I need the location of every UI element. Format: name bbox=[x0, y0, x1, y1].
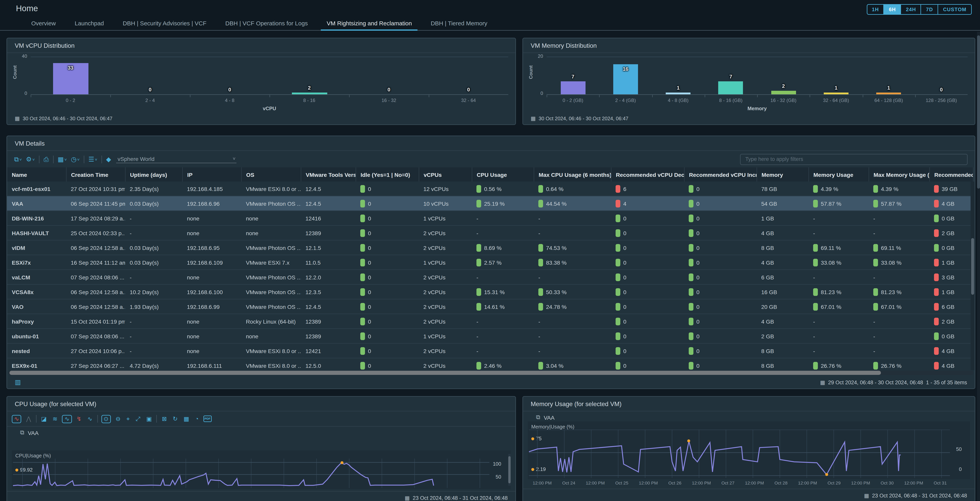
bar-value-label: 1 bbox=[677, 85, 679, 91]
time-settings-icon[interactable]: ◷˅ bbox=[71, 156, 80, 162]
dashboard-icon[interactable]: ◔ bbox=[194, 415, 200, 422]
calendar-icon[interactable]: ▦ bbox=[182, 415, 190, 422]
column-header-recommended-vcpu-decrease[interactable]: Recommended vCPU Decrease bbox=[611, 167, 684, 181]
tab-dbh-vcf-operations-for-logs[interactable]: DBH | VCF Operations for Logs bbox=[216, 17, 317, 30]
filter-input[interactable] bbox=[740, 154, 967, 165]
refresh-icon[interactable]: ↻ bbox=[172, 415, 179, 422]
bar-0-2-GB-[interactable] bbox=[560, 81, 585, 94]
cell-name[interactable]: ubuntu-01 bbox=[7, 329, 66, 344]
column-header-memory-usage[interactable]: Memory Usage bbox=[808, 167, 869, 181]
table-row[interactable]: VAO06 Sep 2024 12:58 a...1.93 Day(s)192.… bbox=[7, 299, 973, 314]
table-row[interactable]: ESX9x-0127 Sep 2024 06:27 ...4.72 Day(s)… bbox=[7, 358, 973, 371]
zoom-out-icon[interactable]: ⊖ bbox=[115, 415, 122, 422]
table-row[interactable]: ubuntu-0107 Sep 2024 08:06 ...-nonenone1… bbox=[7, 329, 973, 344]
tab-overview[interactable]: Overview bbox=[22, 17, 65, 30]
column-header-vmware-tools-version[interactable]: VMware Tools Version bbox=[301, 167, 356, 181]
line-points-chart-icon[interactable]: ∿ bbox=[62, 415, 72, 423]
cell-name[interactable]: ESXi7x bbox=[7, 255, 66, 270]
time-range-1h[interactable]: 1H bbox=[867, 4, 884, 15]
tab-vm-rightsizing-and-reclamation[interactable]: VM Rightsizing and Reclamation bbox=[317, 17, 422, 30]
cell-name[interactable]: nested bbox=[7, 344, 66, 358]
column-chooser-icon[interactable]: ▥ bbox=[15, 379, 21, 386]
list-options-icon[interactable]: ☰˅ bbox=[88, 156, 97, 162]
table-row[interactable]: HASHI-VAULT25 Oct 2024 02:33 p...-noneno… bbox=[7, 226, 973, 240]
column-header-recommended-vcpu-increase[interactable]: Recommended vCPU Increase bbox=[684, 167, 757, 181]
column-header-os[interactable]: OS bbox=[241, 167, 301, 181]
fit-screen-icon[interactable]: ⤢ bbox=[134, 415, 142, 422]
export-pdf-icon[interactable]: PDF bbox=[203, 415, 212, 422]
column-header-name[interactable]: Name bbox=[7, 167, 66, 181]
bar-4-8-GB-[interactable] bbox=[666, 92, 690, 94]
time-range-6h[interactable]: 6H bbox=[884, 4, 901, 15]
open-in-new-icon[interactable]: ⧉˅ bbox=[14, 156, 22, 162]
chart-scrollbar[interactable] bbox=[508, 454, 511, 486]
pan-icon[interactable]: ⌖ bbox=[125, 415, 131, 422]
table-row[interactable]: vcf-m01-esx0127 Oct 2024 10:31 pm2.35 Da… bbox=[7, 181, 973, 196]
column-header-idle-yes-1-no-0-[interactable]: Idle (Yes=1 | No=0) bbox=[356, 167, 418, 181]
stacked-chart-icon[interactable]: ≋ bbox=[51, 415, 59, 422]
table-row[interactable]: vaLCM07 Sep 2024 08:06 ...-noneVMware Ph… bbox=[7, 270, 973, 285]
column-header-recommended-mem[interactable]: Recommended Mem bbox=[929, 167, 973, 181]
cell-name[interactable]: VCSA8x bbox=[7, 285, 66, 299]
column-header-max-cpu-usage-6-months-[interactable]: Max CPU Usage (6 months) bbox=[534, 167, 611, 181]
tag-icon[interactable]: ◆ bbox=[106, 156, 111, 162]
bar-8-16[interactable] bbox=[292, 92, 327, 94]
status-badge-green bbox=[689, 347, 694, 355]
column-header-ip[interactable]: IP bbox=[182, 167, 241, 181]
line-chart-icon[interactable]: ∿ bbox=[12, 415, 21, 423]
tab-dbh-security-advisories-vcf[interactable]: DBH | Security Advisories | VCF bbox=[113, 17, 216, 30]
cell-name[interactable]: ESX9x-01 bbox=[7, 358, 66, 371]
memory-plot-area[interactable] bbox=[529, 430, 950, 478]
cell-tools: 12.4.5 bbox=[301, 181, 356, 196]
column-header-memory[interactable]: Memory bbox=[757, 167, 808, 181]
scope-selector[interactable]: vSphere World˅ bbox=[116, 155, 237, 163]
table-row[interactable]: vIDM06 Sep 2024 12:58 a...0.03 Day(s)192… bbox=[7, 240, 973, 255]
snapshot-icon[interactable]: ▣ bbox=[145, 415, 153, 422]
tab-launchpad[interactable]: Launchpad bbox=[65, 17, 113, 30]
calendar-icon[interactable]: ▦˅ bbox=[57, 156, 67, 162]
table-horizontal-scrollbar[interactable] bbox=[8, 371, 974, 375]
bar-16-32-GB-[interactable] bbox=[771, 91, 796, 94]
panel-title: VM Memory Distribution bbox=[523, 38, 975, 53]
cell-name[interactable]: vcf-m01-esx01 bbox=[7, 181, 66, 196]
column-header-uptime-days-[interactable]: Uptime (days) bbox=[125, 167, 182, 181]
cell-creation: 27 Oct 2024 10:31 pm bbox=[66, 181, 125, 196]
column-header-vcpus[interactable]: vCPUs bbox=[418, 167, 472, 181]
table-row[interactable]: VCSA8x06 Sep 2024 12:58 a...10.2 Day(s)1… bbox=[7, 285, 973, 299]
cpu-plot-area[interactable] bbox=[13, 458, 489, 488]
table-row[interactable]: haProxy15 Oct 2024 01:19 pm-noneRocky Li… bbox=[7, 314, 973, 329]
cpu-usage-panel: CPU Usage (for selected VM) ∿⋀◪≋∿↯∿⊙⊖⌖⤢▣… bbox=[6, 396, 516, 501]
time-range-24h[interactable]: 24H bbox=[901, 4, 921, 15]
table-row[interactable]: DB-WIN-21617 Sep 2024 08:29 a...-nonenon… bbox=[7, 211, 973, 226]
peaks-chart-icon[interactable]: ⋀ bbox=[25, 415, 32, 422]
table-row[interactable]: VAA06 Sep 2024 11:45 pm0.03 Day(s)192.16… bbox=[7, 196, 973, 211]
settings-gear-icon[interactable]: ⚙˅ bbox=[26, 156, 35, 162]
export-icon[interactable]: ⎙ bbox=[44, 156, 49, 162]
bar-32-64-GB-[interactable] bbox=[824, 92, 848, 94]
column-header-max-memory-usage-6-m-[interactable]: Max Memory Usage (6 m... bbox=[869, 167, 929, 181]
y-tick-0: 0 bbox=[15, 91, 27, 96]
cell-name[interactable]: vIDM bbox=[7, 240, 66, 255]
clear-chart-icon[interactable]: ⊠ bbox=[161, 415, 168, 422]
cell-name[interactable]: VAO bbox=[7, 299, 66, 314]
threshold-chart-icon[interactable]: ↯ bbox=[75, 415, 83, 422]
tab-dbh-tiered-memory[interactable]: DBH | Tiered Memory bbox=[421, 17, 497, 30]
cell-name[interactable]: vaLCM bbox=[7, 270, 66, 285]
table-vertical-scrollbar[interactable] bbox=[970, 181, 975, 370]
column-header-creation-time[interactable]: Creation Time bbox=[66, 167, 125, 181]
zoom-icon[interactable]: ⊙ bbox=[101, 415, 111, 423]
time-range-7d[interactable]: 7D bbox=[921, 4, 938, 15]
sparkline-chart-icon[interactable]: ∿ bbox=[86, 415, 94, 422]
cell-name[interactable]: haProxy bbox=[7, 314, 66, 329]
bar-64-128-GB-[interactable] bbox=[876, 92, 901, 94]
table-row[interactable]: ESXi7x16 Sep 2024 11:12 am0.03 Day(s)192… bbox=[7, 255, 973, 270]
bar-8-16-GB-[interactable] bbox=[718, 81, 743, 94]
page-scrollbar[interactable] bbox=[977, 32, 980, 501]
cell-name[interactable]: DB-WIN-216 bbox=[7, 211, 66, 226]
cell-name[interactable]: HASHI-VAULT bbox=[7, 226, 66, 240]
column-header-cpu-usage[interactable]: CPU Usage bbox=[472, 167, 534, 181]
time-range-custom[interactable]: CUSTOM bbox=[938, 4, 972, 15]
area-chart-icon[interactable]: ◪ bbox=[40, 415, 48, 422]
table-row[interactable]: nested27 Oct 2024 10:06 p...-noneVMware … bbox=[7, 344, 973, 358]
cell-name[interactable]: VAA bbox=[7, 196, 66, 211]
